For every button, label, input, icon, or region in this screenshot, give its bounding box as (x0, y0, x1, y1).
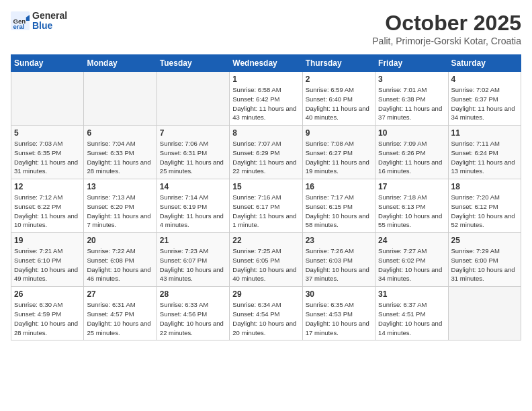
calendar-cell: 14Sunrise: 7:14 AM Sunset: 6:19 PM Dayli… (157, 179, 229, 233)
day-number: 13 (87, 182, 153, 191)
calendar-cell: 20Sunrise: 7:22 AM Sunset: 6:08 PM Dayli… (84, 233, 157, 287)
calendar-cell: 7Sunrise: 7:06 AM Sunset: 6:31 PM Daylig… (157, 126, 229, 179)
calendar-cell (448, 287, 521, 340)
day-number: 20 (87, 236, 153, 245)
day-number: 23 (306, 236, 372, 245)
day-number: 30 (306, 289, 372, 299)
weekday-header: Thursday (302, 55, 375, 72)
svg-text:eral: eral (13, 24, 25, 31)
day-info: Sunrise: 7:18 AM Sunset: 6:13 PM Dayligh… (378, 193, 445, 230)
day-number: 5 (14, 128, 81, 138)
day-info: Sunrise: 6:33 AM Sunset: 4:56 PM Dayligh… (160, 300, 226, 337)
calendar-cell (157, 72, 229, 126)
calendar-cell: 12Sunrise: 7:12 AM Sunset: 6:22 PM Dayli… (11, 179, 84, 233)
calendar-cell: 6Sunrise: 7:04 AM Sunset: 6:33 PM Daylig… (84, 126, 157, 179)
month-title: October 2025 (372, 11, 521, 36)
calendar-table: SundayMondayTuesdayWednesdayThursdayFrid… (11, 54, 521, 340)
day-info: Sunrise: 7:04 AM Sunset: 6:33 PM Dayligh… (87, 139, 153, 176)
calendar-cell: 11Sunrise: 7:11 AM Sunset: 6:24 PM Dayli… (448, 126, 521, 179)
day-info: Sunrise: 7:23 AM Sunset: 6:07 PM Dayligh… (160, 246, 226, 283)
calendar-week-row: 26Sunrise: 6:30 AM Sunset: 4:59 PM Dayli… (11, 287, 521, 340)
calendar-week-row: 12Sunrise: 7:12 AM Sunset: 6:22 PM Dayli… (11, 179, 521, 233)
calendar-cell: 8Sunrise: 7:07 AM Sunset: 6:29 PM Daylig… (230, 126, 302, 179)
day-info: Sunrise: 7:20 AM Sunset: 6:12 PM Dayligh… (451, 193, 518, 230)
page-header: Gen eral General Blue October 2025 Palit… (11, 11, 521, 46)
logo-text: General Blue (32, 11, 67, 32)
calendar-cell: 1Sunrise: 6:58 AM Sunset: 6:42 PM Daylig… (230, 72, 302, 126)
logo: Gen eral General Blue (11, 11, 67, 32)
day-info: Sunrise: 7:01 AM Sunset: 6:38 PM Dayligh… (378, 85, 445, 122)
calendar-cell: 15Sunrise: 7:16 AM Sunset: 6:17 PM Dayli… (230, 179, 302, 233)
calendar-cell: 30Sunrise: 6:35 AM Sunset: 4:53 PM Dayli… (302, 287, 375, 340)
day-info: Sunrise: 6:37 AM Sunset: 4:51 PM Dayligh… (378, 300, 445, 337)
calendar-cell: 26Sunrise: 6:30 AM Sunset: 4:59 PM Dayli… (11, 287, 84, 340)
day-number: 14 (160, 182, 226, 191)
calendar-cell: 10Sunrise: 7:09 AM Sunset: 6:26 PM Dayli… (375, 126, 448, 179)
day-number: 29 (232, 289, 299, 299)
calendar-cell: 17Sunrise: 7:18 AM Sunset: 6:13 PM Dayli… (375, 179, 448, 233)
day-info: Sunrise: 7:07 AM Sunset: 6:29 PM Dayligh… (232, 139, 299, 176)
day-info: Sunrise: 6:30 AM Sunset: 4:59 PM Dayligh… (14, 300, 81, 337)
calendar-week-row: 5Sunrise: 7:03 AM Sunset: 6:35 PM Daylig… (11, 126, 521, 179)
calendar-cell: 5Sunrise: 7:03 AM Sunset: 6:35 PM Daylig… (11, 126, 84, 179)
day-number: 1 (232, 75, 299, 84)
day-number: 31 (378, 289, 445, 299)
calendar-cell: 28Sunrise: 6:33 AM Sunset: 4:56 PM Dayli… (157, 287, 229, 340)
weekday-header: Monday (84, 55, 157, 72)
title-block: October 2025 Palit, Primorje-Gorski Kota… (372, 11, 521, 46)
day-info: Sunrise: 7:25 AM Sunset: 6:05 PM Dayligh… (232, 246, 299, 283)
day-number: 22 (232, 236, 299, 245)
day-info: Sunrise: 7:22 AM Sunset: 6:08 PM Dayligh… (87, 246, 153, 283)
weekday-header: Friday (375, 55, 448, 72)
day-number: 16 (306, 182, 372, 191)
day-number: 15 (232, 182, 299, 191)
day-number: 24 (378, 236, 445, 245)
day-info: Sunrise: 7:13 AM Sunset: 6:20 PM Dayligh… (87, 193, 153, 230)
logo-general: General (32, 11, 67, 21)
day-number: 25 (451, 236, 518, 245)
day-info: Sunrise: 6:58 AM Sunset: 6:42 PM Dayligh… (232, 85, 299, 122)
day-info: Sunrise: 7:16 AM Sunset: 6:17 PM Dayligh… (232, 193, 299, 230)
day-number: 19 (14, 236, 81, 245)
calendar-week-row: 19Sunrise: 7:21 AM Sunset: 6:10 PM Dayli… (11, 233, 521, 287)
day-info: Sunrise: 6:34 AM Sunset: 4:54 PM Dayligh… (232, 300, 299, 337)
day-info: Sunrise: 6:59 AM Sunset: 6:40 PM Dayligh… (306, 85, 372, 122)
weekday-header: Sunday (11, 55, 84, 72)
day-number: 6 (87, 128, 153, 138)
calendar-cell: 2Sunrise: 6:59 AM Sunset: 6:40 PM Daylig… (302, 72, 375, 126)
weekday-header: Wednesday (230, 55, 302, 72)
day-info: Sunrise: 7:21 AM Sunset: 6:10 PM Dayligh… (14, 246, 81, 283)
calendar-cell: 18Sunrise: 7:20 AM Sunset: 6:12 PM Dayli… (448, 179, 521, 233)
day-number: 17 (378, 182, 445, 191)
calendar-cell: 31Sunrise: 6:37 AM Sunset: 4:51 PM Dayli… (375, 287, 448, 340)
day-info: Sunrise: 7:06 AM Sunset: 6:31 PM Dayligh… (160, 139, 226, 176)
day-info: Sunrise: 6:31 AM Sunset: 4:57 PM Dayligh… (87, 300, 153, 337)
day-info: Sunrise: 7:26 AM Sunset: 6:03 PM Dayligh… (306, 246, 372, 283)
calendar-cell: 29Sunrise: 6:34 AM Sunset: 4:54 PM Dayli… (230, 287, 302, 340)
day-number: 21 (160, 236, 226, 245)
day-number: 3 (378, 75, 445, 84)
day-number: 7 (160, 128, 226, 138)
calendar-cell: 24Sunrise: 7:27 AM Sunset: 6:02 PM Dayli… (375, 233, 448, 287)
day-info: Sunrise: 7:08 AM Sunset: 6:27 PM Dayligh… (306, 139, 372, 176)
day-info: Sunrise: 7:09 AM Sunset: 6:26 PM Dayligh… (378, 139, 445, 176)
day-number: 2 (306, 75, 372, 84)
day-number: 10 (378, 128, 445, 138)
calendar-cell: 19Sunrise: 7:21 AM Sunset: 6:10 PM Dayli… (11, 233, 84, 287)
day-number: 18 (451, 182, 518, 191)
calendar-week-row: 1Sunrise: 6:58 AM Sunset: 6:42 PM Daylig… (11, 72, 521, 126)
day-info: Sunrise: 7:17 AM Sunset: 6:15 PM Dayligh… (306, 193, 372, 230)
calendar-cell: 27Sunrise: 6:31 AM Sunset: 4:57 PM Dayli… (84, 287, 157, 340)
calendar-cell: 3Sunrise: 7:01 AM Sunset: 6:38 PM Daylig… (375, 72, 448, 126)
calendar-cell: 25Sunrise: 7:29 AM Sunset: 6:00 PM Dayli… (448, 233, 521, 287)
calendar-cell: 13Sunrise: 7:13 AM Sunset: 6:20 PM Dayli… (84, 179, 157, 233)
day-number: 26 (14, 289, 81, 299)
day-number: 12 (14, 182, 81, 191)
day-number: 8 (232, 128, 299, 138)
calendar-cell: 16Sunrise: 7:17 AM Sunset: 6:15 PM Dayli… (302, 179, 375, 233)
day-number: 4 (451, 75, 518, 84)
day-info: Sunrise: 7:27 AM Sunset: 6:02 PM Dayligh… (378, 246, 445, 283)
calendar-cell: 21Sunrise: 7:23 AM Sunset: 6:07 PM Dayli… (157, 233, 229, 287)
calendar-cell (11, 72, 84, 126)
day-info: Sunrise: 7:12 AM Sunset: 6:22 PM Dayligh… (14, 193, 81, 230)
